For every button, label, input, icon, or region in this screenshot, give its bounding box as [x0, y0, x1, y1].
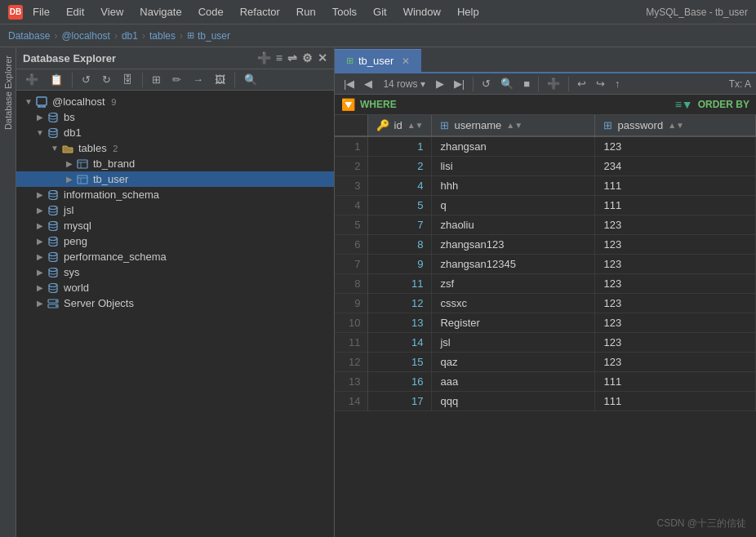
menu-view[interactable]: View: [97, 4, 127, 20]
nav-first-button[interactable]: |◀: [340, 76, 358, 91]
cell-password[interactable]: 123: [595, 333, 756, 353]
breadcrumb-tables[interactable]: tables: [149, 30, 176, 42]
list-icon[interactable]: ≡: [276, 51, 282, 64]
cell-username[interactable]: cssxc: [432, 294, 595, 313]
tree-item-jsl[interactable]: ▶ jsl: [16, 202, 334, 218]
cell-username[interactable]: qaz: [432, 353, 595, 372]
table-row[interactable]: 2 2 lisi 234: [335, 157, 756, 176]
cell-password[interactable]: 234: [595, 157, 756, 176]
menu-file[interactable]: File: [29, 4, 53, 20]
cell-username[interactable]: zhangsan12345: [432, 255, 595, 274]
cell-password[interactable]: 123: [595, 235, 756, 255]
menu-help[interactable]: Help: [454, 4, 483, 20]
add-row-button[interactable]: ➕: [543, 76, 564, 91]
table-row[interactable]: 5 7 zhaoliu 123: [335, 215, 756, 235]
tree-item-server-objects[interactable]: ▶ Server Objects: [16, 295, 334, 311]
table-row[interactable]: 1 1 zhangsan 123: [335, 136, 756, 157]
settings-icon[interactable]: ⚙: [302, 51, 313, 64]
cell-password[interactable]: 123: [595, 274, 756, 294]
cell-username[interactable]: q: [432, 196, 595, 215]
cell-id[interactable]: 7: [367, 215, 432, 235]
cell-id[interactable]: 15: [367, 353, 432, 372]
grid-btn[interactable]: ⊞: [148, 72, 165, 87]
table-row[interactable]: 14 17 qqq 111: [335, 392, 756, 411]
edit-btn[interactable]: ✏: [168, 72, 185, 87]
breadcrumb-tb-user[interactable]: tb_user: [198, 30, 230, 42]
filter-btn[interactable]: 🔍: [240, 72, 261, 87]
tree-item-bs[interactable]: ▶ bs: [16, 109, 334, 125]
col-header-id[interactable]: 🔑 id ▲▼: [367, 115, 432, 136]
search-grid-button[interactable]: 🔍: [496, 76, 518, 91]
tab-close-icon[interactable]: ✕: [402, 55, 410, 67]
cell-password[interactable]: 123: [595, 313, 756, 333]
tree-item-db1[interactable]: ▼ db1: [16, 125, 334, 140]
col-header-password[interactable]: ⊞ password ▲▼: [595, 115, 756, 136]
cell-id[interactable]: 16: [367, 372, 432, 392]
cell-id[interactable]: 14: [367, 333, 432, 353]
cell-id[interactable]: 11: [367, 274, 432, 294]
copy-btn[interactable]: 📋: [46, 72, 67, 87]
sidebar-vertical-tab[interactable]: Database Explorer: [0, 47, 16, 537]
cell-username[interactable]: jsl: [432, 333, 595, 353]
breadcrumb-localhost[interactable]: @localhost: [61, 30, 110, 42]
order-filter[interactable]: ≡▼ ORDER BY: [675, 98, 749, 111]
cell-username[interactable]: lisi: [432, 157, 595, 176]
cell-username[interactable]: zhangsan: [432, 136, 595, 157]
menu-edit[interactable]: Edit: [63, 4, 87, 20]
table-row[interactable]: 10 13 Register 123: [335, 313, 756, 333]
menu-refactor[interactable]: Refactor: [237, 4, 283, 20]
nav-next-button[interactable]: ▶: [432, 76, 448, 91]
table-row[interactable]: 3 4 hhh 111: [335, 176, 756, 196]
tree-item-tables[interactable]: ▼ tables 2: [16, 140, 334, 156]
image-btn[interactable]: 🖼: [211, 72, 229, 87]
breadcrumb-database[interactable]: Database: [8, 30, 50, 42]
db-btn[interactable]: 🗄: [118, 72, 137, 87]
cell-id[interactable]: 17: [367, 392, 432, 411]
password-sort-icon[interactable]: ▲▼: [668, 121, 684, 130]
stop-button[interactable]: ■: [519, 76, 534, 91]
where-filter[interactable]: 🔽 WHERE: [341, 98, 397, 111]
cell-password[interactable]: 111: [595, 392, 756, 411]
undo-button[interactable]: ↩: [573, 76, 590, 91]
tree-item-performance-schema[interactable]: ▶ performance_schema: [16, 249, 334, 264]
nav-last-button[interactable]: ▶|: [450, 76, 469, 91]
cell-id[interactable]: 2: [367, 157, 432, 176]
cell-username[interactable]: zhaoliu: [432, 215, 595, 235]
cell-username[interactable]: aaa: [432, 372, 595, 392]
jump-btn[interactable]: →: [189, 72, 207, 87]
table-row[interactable]: 8 11 zsf 123: [335, 274, 756, 294]
cell-password[interactable]: 123: [595, 136, 756, 157]
menu-window[interactable]: Window: [400, 4, 444, 20]
menu-run[interactable]: Run: [293, 4, 319, 20]
cell-id[interactable]: 4: [367, 176, 432, 196]
tree-item-information-schema[interactable]: ▶ information_schema: [16, 187, 334, 202]
col-header-username[interactable]: ⊞ username ▲▼: [432, 115, 595, 136]
cell-id[interactable]: 8: [367, 235, 432, 255]
data-grid[interactable]: 🔑 id ▲▼ ⊞ username ▲▼: [335, 115, 756, 537]
cell-password[interactable]: 123: [595, 353, 756, 372]
cell-password[interactable]: 123: [595, 255, 756, 274]
menu-navigate[interactable]: Navigate: [136, 4, 185, 20]
nav-prev-button[interactable]: ◀: [360, 76, 376, 91]
cell-username[interactable]: zsf: [432, 274, 595, 294]
cell-id[interactable]: 12: [367, 294, 432, 313]
up-button[interactable]: ↑: [611, 76, 625, 91]
cell-password[interactable]: 123: [595, 215, 756, 235]
cell-id[interactable]: 1: [367, 136, 432, 157]
cell-password[interactable]: 123: [595, 294, 756, 313]
username-sort-icon[interactable]: ▲▼: [506, 121, 523, 130]
add-connection-icon[interactable]: ➕: [257, 51, 271, 64]
id-sort-icon[interactable]: ▲▼: [407, 121, 424, 130]
table-row[interactable]: 7 9 zhangsan12345 123: [335, 255, 756, 274]
tree-item-tb-brand[interactable]: ▶ tb_brand: [16, 156, 334, 171]
redo-button[interactable]: ↪: [592, 76, 609, 91]
refresh-btn[interactable]: ↺: [78, 72, 95, 87]
menu-git[interactable]: Git: [370, 4, 390, 20]
refresh-grid-button[interactable]: ↺: [478, 76, 495, 91]
cell-username[interactable]: qqq: [432, 392, 595, 411]
table-row[interactable]: 4 5 q 111: [335, 196, 756, 215]
tab-tb-user[interactable]: ⊞ tb_user ✕: [335, 49, 421, 72]
sync-icon[interactable]: ⇌: [287, 51, 297, 64]
tree-item-localhost[interactable]: ▼ @localhost 9: [16, 94, 334, 109]
cell-username[interactable]: hhh: [432, 176, 595, 196]
